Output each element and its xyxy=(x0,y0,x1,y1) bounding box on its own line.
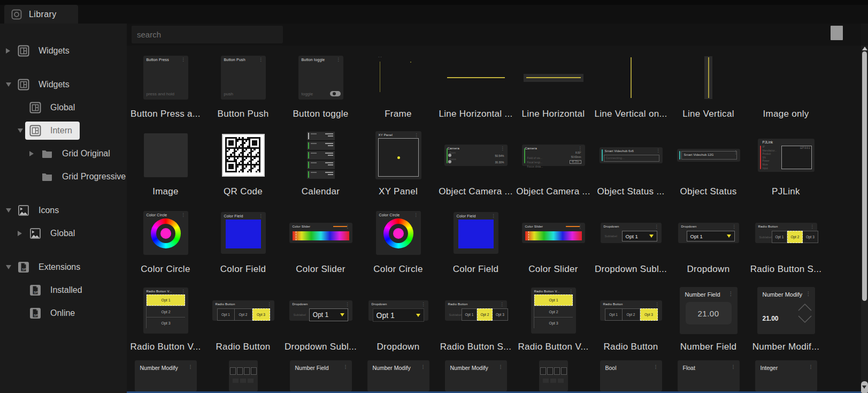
card-header: Color Field⋮ xyxy=(221,212,266,218)
library-tile-bool[interactable]: Bool⋮ xyxy=(592,360,670,393)
library-tile-line-horizontal[interactable]: Line Horizontal ... xyxy=(437,50,514,127)
library-tile-number-field[interactable]: Number Field⋮21.00Number Field xyxy=(670,283,747,360)
library-tile-dropdown-subl[interactable]: Dropdown⋮SublabelOpt 1Dropdown Subl... xyxy=(592,205,670,283)
chevron-right-icon[interactable] xyxy=(6,48,10,54)
library-tile-radio-button[interactable]: Radio Button⋮Opt 1Opt 2Opt 3Radio Button xyxy=(592,283,670,360)
library-tile-float[interactable]: Float⋮ xyxy=(670,360,747,393)
library-tile-line-vertical[interactable]: Line Vertical xyxy=(670,50,747,127)
library-tile-xy-panel[interactable]: XY Panel⋮XY Panel xyxy=(359,127,437,205)
sublabel: Sublabel xyxy=(605,235,619,238)
sidebar-item-icons[interactable]: Icons xyxy=(0,201,127,220)
library-icon xyxy=(11,9,22,20)
toggle-switch xyxy=(330,91,341,96)
toolbar-button[interactable] xyxy=(831,26,843,40)
library-tile-radio-button-v[interactable]: Radio Button V...⋮Opt 1Opt 2Opt 3Radio B… xyxy=(514,283,592,360)
library-tile-color-slider[interactable]: Color Slider⋮Color Slider xyxy=(514,205,592,283)
kebab-menu-icon: ⋮ xyxy=(655,303,659,306)
library-tile-pjlink[interactable]: PJLinkIPManufactur...ProductSNPowerMuteI… xyxy=(747,127,825,205)
sidebar-item-label: Icons xyxy=(39,206,59,215)
radio-option: Opt 2 xyxy=(623,308,640,321)
sidebar-item-extensions[interactable]: SPExtensions xyxy=(0,258,127,276)
tile-thumbnail: Smart Videohub 6x6Connecting...⋮ xyxy=(592,127,670,183)
library-tile-dropdown-subl[interactable]: Dropdown⋮SublabelOpt 1Dropdown Subl... xyxy=(282,283,359,360)
folder-icon xyxy=(41,171,53,183)
tab-library[interactable]: Library xyxy=(4,5,78,24)
sidebar-item-global[interactable]: Global xyxy=(0,224,127,243)
tile-thumbnail: Color Field⋮ xyxy=(204,205,282,261)
chevron-right-icon[interactable] xyxy=(29,151,34,156)
library-tile-frame[interactable]: ..Frame xyxy=(359,50,437,127)
library-tile-radio-button-s[interactable]: Radio Button⋮SublabelOpt 1Opt 2Opt 3Radi… xyxy=(747,205,825,283)
chevron-right-icon[interactable] xyxy=(18,231,22,236)
thumb-dropdown: Dropdown⋮Opt 1 xyxy=(678,223,739,243)
library-tile-integer[interactable]: Integer⋮ xyxy=(747,360,825,393)
library-tile-color-circle[interactable]: Color Circle⋮Color Circle xyxy=(127,205,204,283)
library-tile-object-status[interactable]: Smart Videohub 6x6Connecting...⋮Object S… xyxy=(592,127,670,205)
thumb-line-horizontal-bg xyxy=(524,74,583,82)
library-tile-button-toggle[interactable]: Button toggle⋮toggleButton toggle xyxy=(282,50,359,127)
tile-thumbnail: Radio Button⋮SublabelOpt 1Opt 2Opt 3 xyxy=(747,205,825,261)
thumb-partial-card: Number Modify⋮ xyxy=(445,360,507,391)
tab-bar xyxy=(0,5,868,24)
sidebar-item-grid-progressive[interactable]: Grid Progressive xyxy=(0,168,127,186)
library-tile-radio-button[interactable]: Radio Button⋮Opt 1Opt 2Opt 3Radio Button xyxy=(204,283,282,360)
library-tile-object-camera[interactable]: Camera⋮Field of vie...8.00°Focal lengt..… xyxy=(514,127,592,205)
library-tile-image-only[interactable]: Image only xyxy=(747,50,825,127)
sidebar-item-widgets[interactable]: Widgets xyxy=(0,42,127,60)
library-tile-color-field[interactable]: Color Field⋮Color Field xyxy=(204,205,282,283)
library-tile-line-horizontal[interactable]: Line Horizontal xyxy=(514,50,592,127)
scroll-down-button[interactable] xyxy=(861,381,868,393)
chevron-down-icon[interactable] xyxy=(6,208,11,213)
library-tile-button-press-a[interactable]: Button Press⋮press and holdButton Press … xyxy=(127,50,204,127)
library-tile-line-vertical-on[interactable]: Line Vertical on... xyxy=(592,50,670,127)
library-tile-object-camera[interactable]: Camera⋮Zoom50.54%Focus30.30%Object Camer… xyxy=(437,127,514,205)
chevron-down-icon[interactable] xyxy=(18,129,23,133)
thumb-qr-code xyxy=(222,134,265,177)
library-tile-number-modif[interactable]: Number Modify⋮21.00Number Modif... xyxy=(747,283,825,360)
library-tile-color-field[interactable]: Color Field⋮Color Field xyxy=(437,205,514,283)
library-tile-cut-digits[interactable] xyxy=(204,360,282,393)
sidebar-item-grid-original[interactable]: Grid Original xyxy=(0,145,127,163)
sidebar-item-label: Online xyxy=(50,308,75,318)
thumb-xy-panel: XY Panel⋮ xyxy=(375,131,421,179)
library-tile-number-modify[interactable]: Number Modify⋮ xyxy=(359,360,437,393)
library-tile-calendar[interactable]: Calendar xyxy=(282,127,359,205)
sidebar-item-widgets[interactable]: Widgets xyxy=(0,75,127,94)
kebab-menu-icon: ⋮ xyxy=(731,365,736,369)
sidebar-item-global[interactable]: Global xyxy=(0,99,127,117)
library-tile-dropdown[interactable]: Dropdown⋮Opt 1Dropdown xyxy=(359,283,437,360)
library-tile-button-push[interactable]: Button Push⋮pushButton Push xyxy=(204,50,282,127)
library-tile-color-slider[interactable]: Color Slider⋮Color Slider xyxy=(282,205,359,283)
chevron-down-icon[interactable] xyxy=(6,265,11,269)
radio-option: Opt 3 xyxy=(640,308,658,321)
sidebar-item-online[interactable]: SPOnline xyxy=(0,304,127,322)
scroll-up-icon[interactable] xyxy=(862,47,867,50)
chevron-down-icon[interactable] xyxy=(6,82,11,87)
tile-thumbnail: Number Field⋮21.00 xyxy=(670,283,747,338)
vertical-scrollbar[interactable] xyxy=(861,46,868,393)
xy-cursor-dot xyxy=(397,156,400,159)
radio-option: Opt 1 xyxy=(462,308,477,321)
search-input[interactable] xyxy=(132,26,283,43)
library-tile-radio-button-s[interactable]: Radio Button⋮SublabelOpt 1Opt 2Opt 3Radi… xyxy=(437,283,514,360)
sidebar-item-label: Widgets xyxy=(39,80,70,89)
thumb-partial-digits xyxy=(539,360,568,391)
library-tile-cut-digits[interactable] xyxy=(514,360,592,393)
card-title: Dropdown xyxy=(293,303,308,306)
library-tile-dropdown[interactable]: Dropdown⋮Opt 1Dropdown xyxy=(670,205,747,283)
library-tile-color-circle[interactable]: Color Circle⋮Color Circle xyxy=(359,205,437,283)
library-tile-number-modify[interactable]: Number Modify⋮ xyxy=(437,360,514,393)
library-tile-number-modify[interactable]: Number Modify⋮ xyxy=(127,360,204,393)
tile-label: Line Horizontal ... xyxy=(439,109,513,119)
thumb-color-field: Color Field⋮ xyxy=(454,212,498,254)
library-tile-number-field[interactable]: Number Field⋮ xyxy=(282,360,359,393)
sidebar-item-intern[interactable]: Intern xyxy=(0,122,127,140)
card-title: Button toggle xyxy=(302,58,325,62)
library-tile-qr-code[interactable]: QR Code xyxy=(204,127,282,205)
library-tile-image[interactable]: Image xyxy=(127,127,204,205)
card-header: Button Press⋮ xyxy=(143,56,188,62)
library-tile-object-status[interactable]: Smart Videohub 12G⋮Object Status xyxy=(670,127,747,205)
library-tile-radio-button-v[interactable]: Radio Button V...⋮Opt 1Opt 2Opt 3Radio B… xyxy=(127,283,204,360)
scrollbar-thumb[interactable] xyxy=(862,51,867,301)
sidebar-item-installed[interactable]: SPInstalled xyxy=(0,281,127,299)
